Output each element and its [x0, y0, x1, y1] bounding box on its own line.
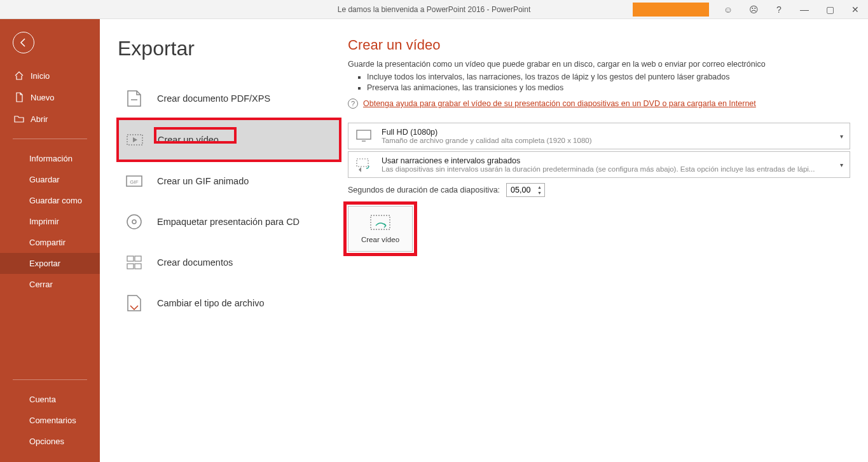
svg-rect-10: [357, 159, 368, 166]
question-circle-icon: ?: [348, 99, 358, 109]
document-icon: [14, 92, 24, 102]
sidebar-item-opciones[interactable]: Opciones: [0, 431, 100, 452]
sidebar-item-cuenta[interactable]: Cuenta: [0, 389, 100, 410]
create-video-label: Crear vídeo: [361, 236, 399, 243]
sidebar-item-abrir[interactable]: Abrir: [0, 108, 100, 130]
svg-text:GIF: GIF: [130, 179, 138, 185]
detail-title: Crear un vídeo: [348, 37, 850, 53]
export-option-label: Crear un vídeo: [158, 135, 219, 145]
titlebar: Le damos la bienvenida a PowerPoint 2016…: [0, 0, 868, 19]
sidebar-divider: [13, 379, 87, 380]
svg-rect-6: [135, 256, 141, 261]
svg-point-4: [132, 220, 136, 224]
svg-rect-7: [127, 264, 134, 269]
sidebar-item-exportar[interactable]: Exportar: [0, 253, 100, 274]
export-option-label: Crear documento PDF/XPS: [157, 93, 270, 104]
dropdown-main-label: Usar narraciones e intervalos grabados: [382, 156, 840, 165]
narration-icon: [355, 156, 373, 173]
create-video-button[interactable]: Crear vídeo: [348, 206, 413, 252]
sidebar-item-nuevo[interactable]: Nuevo: [0, 86, 100, 108]
svg-rect-8: [135, 264, 141, 269]
home-icon: [14, 71, 24, 81]
face-smile-icon[interactable]: ☺: [715, 0, 741, 19]
svg-rect-11: [371, 215, 390, 229]
maximize-button[interactable]: ▢: [817, 0, 843, 19]
sidebar-item-label: Cerrar: [29, 280, 53, 289]
export-option-pdf-xps[interactable]: Crear documento PDF/XPS: [118, 78, 340, 119]
export-options-column: Exportar Crear documento PDF/XPS Crear u…: [118, 37, 340, 462]
duration-label: Segundos de duración de cada diapositiva…: [348, 186, 500, 194]
sidebar-item-compartir[interactable]: Compartir: [0, 232, 100, 253]
sidebar-item-label: Opciones: [29, 437, 64, 446]
handouts-icon: [124, 252, 144, 273]
sidebar-item-label: Inicio: [31, 71, 50, 81]
sidebar-item-guardar-como[interactable]: Guardar como: [0, 190, 100, 211]
video-quality-dropdown[interactable]: Full HD (1080p) Tamaño de archivo grande…: [348, 123, 850, 149]
export-option-video[interactable]: Crear un vídeo: [118, 119, 340, 161]
sidebar-item-label: Abrir: [31, 114, 48, 124]
sidebar-item-label: Comentarios: [29, 416, 76, 425]
spinner-down-button[interactable]: ▼: [535, 190, 544, 196]
account-badge[interactable]: [633, 3, 709, 17]
export-option-gif[interactable]: GIF Crear un GIF animado: [118, 161, 340, 201]
page-title: Exportar: [118, 37, 340, 60]
detail-bullets: Incluye todos los intervalos, las narrac…: [367, 72, 850, 92]
export-option-cd[interactable]: Empaquetar presentación para CD: [118, 201, 340, 242]
help-icon[interactable]: ?: [766, 0, 792, 19]
sidebar-item-informacion[interactable]: Información: [0, 148, 100, 169]
backstage-sidebar: Inicio Nuevo Abrir Información Guardar G…: [0, 19, 100, 462]
chevron-down-icon: ▾: [840, 133, 843, 140]
sidebar-item-label: Guardar: [29, 175, 60, 184]
sidebar-divider: [13, 139, 87, 139]
minimize-button[interactable]: —: [792, 0, 817, 19]
spinner-up-button[interactable]: ▲: [535, 184, 544, 190]
svg-point-3: [127, 215, 141, 229]
monitor-icon: [355, 127, 373, 145]
video-icon: [125, 130, 145, 150]
help-link[interactable]: Obtenga ayuda para grabar el vídeo de su…: [363, 99, 756, 108]
export-option-filetype[interactable]: Cambiar el tipo de archivo: [118, 283, 340, 323]
change-filetype-icon: [124, 293, 144, 313]
sidebar-item-guardar[interactable]: Guardar: [0, 169, 100, 190]
duration-input[interactable]: [507, 184, 535, 196]
close-button[interactable]: ✕: [843, 0, 868, 19]
sidebar-item-label: Exportar: [29, 259, 60, 268]
svg-rect-5: [127, 256, 134, 261]
dropdown-sub-label: Las diapositivas sin intervalos usarán l…: [382, 165, 820, 173]
export-option-docs[interactable]: Crear documentos: [118, 242, 340, 283]
detail-description: Guarde la presentación como un vídeo que…: [348, 60, 850, 69]
export-option-label: Crear un GIF animado: [157, 176, 249, 186]
duration-spinner[interactable]: ▲ ▼: [506, 183, 545, 197]
sidebar-item-label: Guardar como: [29, 196, 82, 205]
duration-row: Segundos de duración de cada diapositiva…: [348, 183, 850, 197]
export-option-label: Crear documentos: [157, 257, 233, 268]
content-area: Exportar Crear documento PDF/XPS Crear u…: [100, 19, 868, 462]
sidebar-item-inicio[interactable]: Inicio: [0, 65, 100, 86]
dropdown-sub-label: Tamaño de archivo grande y calidad alta …: [382, 137, 820, 144]
export-detail-column: Crear un vídeo Guarde la presentación co…: [340, 37, 868, 462]
film-strip-icon: [369, 214, 391, 231]
narration-dropdown[interactable]: Usar narraciones e intervalos grabados L…: [348, 151, 850, 178]
detail-bullet: Preserva las animaciones, las transicion…: [367, 83, 850, 92]
titlebar-controls: ☺ ☹ ? — ▢ ✕: [633, 0, 868, 18]
create-video-highlight: Crear vídeo: [348, 206, 413, 252]
help-line: ? Obtenga ayuda para grabar el vídeo de …: [348, 99, 850, 109]
detail-bullet: Incluye todos los intervalos, las narrac…: [367, 72, 850, 81]
sidebar-item-label: Nuevo: [31, 93, 55, 102]
back-button[interactable]: [13, 32, 34, 53]
sidebar-item-label: Cuenta: [29, 395, 56, 404]
pdf-icon: [124, 88, 144, 109]
export-option-label: Cambiar el tipo de archivo: [157, 298, 264, 308]
sidebar-item-imprimir[interactable]: Imprimir: [0, 211, 100, 232]
sidebar-item-comentarios[interactable]: Comentarios: [0, 410, 100, 431]
export-option-label: Empaquetar presentación para CD: [157, 217, 300, 227]
sidebar-item-label: Compartir: [29, 238, 65, 247]
face-sad-icon[interactable]: ☹: [741, 0, 766, 19]
sidebar-item-cerrar[interactable]: Cerrar: [0, 274, 100, 295]
gif-icon: GIF: [124, 171, 144, 191]
arrow-left-icon: [18, 37, 29, 48]
cd-icon: [124, 212, 144, 232]
svg-rect-9: [357, 130, 371, 139]
window-title: Le damos la bienvenida a PowerPoint 2016…: [338, 5, 531, 14]
dropdown-main-label: Full HD (1080p): [382, 128, 840, 137]
